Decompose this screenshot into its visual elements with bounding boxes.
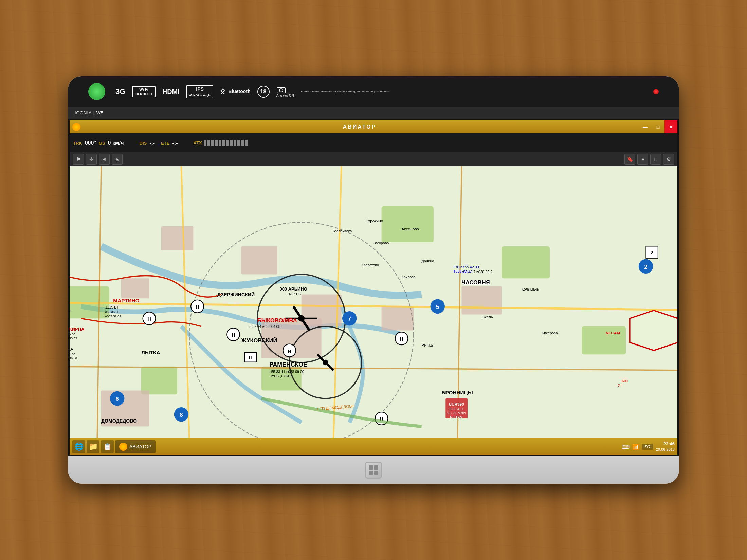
aviator-app-icon (119, 443, 127, 451)
svg-text:УТ: УТ (618, 383, 622, 387)
close-button[interactable]: ✕ (664, 120, 677, 133)
xtx-tick-12 (245, 140, 248, 146)
svg-text:Малаховка: Малаховка (333, 229, 352, 233)
system-clock[interactable]: 23:46 29.06.2013 (656, 441, 675, 452)
xtx-label: XTX (193, 140, 202, 145)
clock-time: 23:46 (656, 441, 675, 447)
xtx-tick-1 (204, 140, 206, 146)
aviator-app-label: АВИАТОР (129, 444, 151, 449)
home-button[interactable] (365, 462, 382, 479)
svg-text:с55 39 00: с55 39 00 (70, 332, 75, 336)
svg-text:7: 7 (348, 316, 351, 322)
screen: АВИАТОР — □ ✕ TRK 000° GS 0 км/ч (70, 120, 677, 455)
svg-text:с55 35 20: с55 35 20 (105, 310, 119, 314)
svg-text:в037 37 09: в037 37 09 (105, 314, 121, 318)
toolbar-btn-list[interactable]: ≡ (637, 154, 648, 165)
app-title: АВИАТОР (80, 124, 639, 130)
svg-text:БРОННИЦЫ: БРОННИЦЫ (442, 390, 473, 395)
bluetooth-badge: Bluetooth (220, 88, 250, 95)
network-icon[interactable]: 📶 (632, 444, 639, 450)
svg-text:П: П (249, 354, 252, 360)
system-tray: ⌨ 📶 РУС 23:46 29.06.2013 (622, 441, 675, 452)
toolbar-btn-grid[interactable]: ⊞ (99, 154, 110, 165)
language-indicator[interactable]: РУС (642, 444, 653, 450)
trk-label: TRK (73, 141, 82, 146)
svg-text:в037 36 53: в037 36 53 (70, 356, 77, 360)
svg-text:БИСА: БИСА (70, 347, 73, 352)
hdmi-badge: HDMI (162, 88, 180, 96)
toolbar-btn-settings[interactable]: ⚙ (663, 154, 674, 165)
svg-text:с55 34 00: с55 34 00 (70, 352, 75, 356)
svg-text:UUR390: UUR390 (449, 402, 464, 406)
svg-text:H: H (147, 316, 151, 322)
aeronautical-map: 7 5 6 8 2 000 АРЬИНО ↑ 4ГР РВ МАРТИНО (70, 166, 677, 438)
taskbar-aviator-app[interactable]: АВИАТОР (115, 440, 156, 453)
svg-rect-11 (121, 278, 149, 298)
svg-text:Колымань: Колымань (522, 287, 539, 291)
xtx-tick-5 (219, 140, 221, 146)
disclaimer-text: Actual battery life varies by usage, set… (301, 90, 369, 93)
toolbar: ⚑ ✛ ⊞ ◈ 🔖 ≡ □ ⚙ (70, 152, 677, 166)
xtx-tick-3 (211, 140, 214, 146)
front-camera (653, 89, 659, 94)
svg-rect-16 (461, 286, 502, 315)
svg-text:БЫКОВО/МВА: БЫКОВО/МВА (257, 317, 297, 323)
xtx-tick-2 (207, 140, 210, 146)
svg-text:H: H (232, 332, 235, 338)
svg-text:Донино: Донино (422, 259, 434, 263)
svg-text:1215 ВТ: 1215 ВТ (105, 305, 119, 309)
always-on-label: Always ON (276, 94, 294, 97)
taskbar-ie-button[interactable]: 🌐 (72, 440, 85, 453)
window-controls[interactable]: — □ ✕ (639, 120, 677, 133)
svg-text:РАМЕНСКОЕ: РАМЕНСКОЕ (269, 361, 307, 368)
app-titlebar: АВИАТОР — □ ✕ (70, 120, 677, 133)
svg-text:H: H (196, 304, 199, 310)
svg-rect-2 (279, 87, 281, 88)
svg-text:ДЗЕРЖИНСКИЙ: ДЗЕРЖИНСКИЙ (217, 292, 255, 297)
xtx-tick-10 (237, 140, 240, 146)
svg-text:600: 600 (622, 379, 628, 383)
svg-text:Загорово: Загорово (374, 241, 389, 245)
toolbar-btn-map[interactable]: □ (650, 154, 661, 165)
trk-value: 000° (85, 140, 96, 146)
svg-text:в037 50 53: в037 50 53 (70, 336, 77, 340)
svg-text:КИРНА: КИРНА (70, 326, 85, 332)
svg-text:VU ЗЕМЛИ: VU ЗЕМЛИ (447, 411, 466, 415)
minimize-button[interactable]: — (639, 120, 652, 133)
toolbar-btn-layers[interactable]: ◈ (112, 154, 123, 165)
xtx-tick-6 (222, 140, 225, 146)
svg-marker-32 (630, 311, 677, 351)
svg-rect-15 (382, 306, 414, 331)
win-square-3 (369, 471, 373, 475)
map-area[interactable]: 7 5 6 8 2 000 АРЬИНО ↑ 4ГР РВ МАРТИНО (70, 166, 677, 438)
keyboard-icon[interactable]: ⌨ (622, 444, 630, 450)
brand-label-row: ICONIA | W5 (68, 107, 679, 119)
acer-logo (88, 83, 105, 100)
toolbar-btn-flag[interactable]: ⚑ (73, 154, 84, 165)
taskbar-explorer-button[interactable]: 📁 (87, 440, 99, 453)
age-rating-badge: 18 (257, 86, 270, 98)
xtx-tick-9 (234, 140, 236, 146)
svg-rect-9 (502, 246, 550, 278)
xtx-ticks (204, 140, 248, 146)
svg-text:8: 8 (180, 412, 183, 418)
svg-text:в038 28 53: в038 28 53 (454, 269, 472, 273)
svg-text:Гжель: Гжель (481, 315, 493, 319)
svg-text:NOTAM: NOTAM (450, 415, 463, 419)
svg-text:2: 2 (644, 264, 647, 270)
clock-date: 29.06.2013 (656, 447, 675, 452)
xtx-tick-11 (241, 140, 244, 146)
svg-text:Аксеново: Аксеново (402, 227, 419, 231)
taskbar-task-manager-button[interactable]: 📋 (101, 440, 114, 453)
toolbar-btn-bookmark[interactable]: 🔖 (624, 154, 635, 165)
xtx-tick-4 (215, 140, 218, 146)
svg-text:в037 50 11: в037 50 11 (70, 309, 71, 313)
gs-label: GS (99, 141, 105, 146)
svg-text:H: H (288, 349, 291, 354)
gs-value: 0 км/ч (108, 140, 124, 146)
win-square-4 (374, 471, 379, 475)
ete-value: -:- (172, 140, 178, 146)
maximize-button[interactable]: □ (652, 120, 664, 133)
toolbar-btn-crosshair[interactable]: ✛ (86, 154, 97, 165)
svg-text:Крипово: Крипово (402, 275, 416, 279)
